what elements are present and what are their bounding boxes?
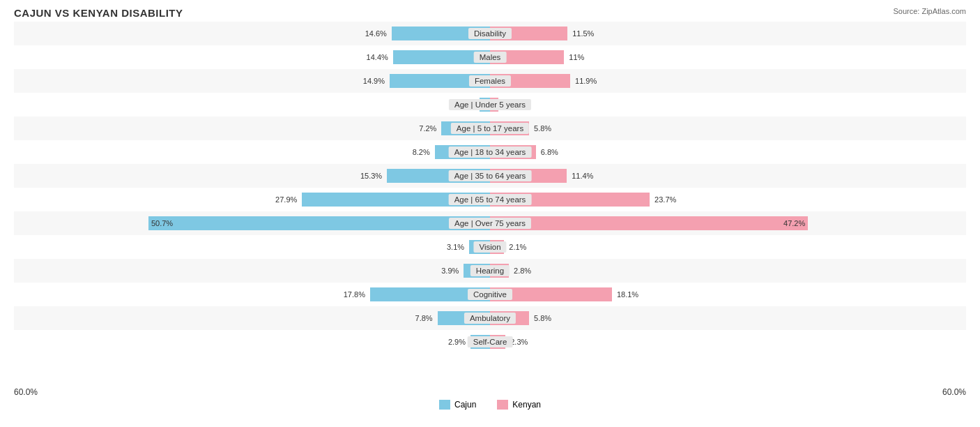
row-label: Males (474, 52, 507, 63)
bar-section: 7.2% Age | 5 to 17 years 5.8% (14, 117, 966, 140)
bar-section: 27.9% Age | 65 to 74 years 23.7% (14, 188, 966, 211)
chart-row: 7.2% Age | 5 to 17 years 5.8% (14, 117, 966, 140)
kenyan-color-swatch (497, 400, 508, 410)
right-bar-area: 11% (490, 50, 966, 65)
left-bar-area: 17.8% (14, 287, 490, 302)
axis-right: 60.0% (942, 387, 966, 397)
kenyan-value: 18.1% (615, 290, 638, 299)
left-bar-area: 7.8% (14, 310, 490, 326)
bar-section: 14.6% Disability 11.5% (14, 22, 966, 45)
row-label: Age | Under 5 years (449, 99, 531, 110)
kenyan-value: 2.1% (507, 243, 526, 251)
row-label: Self-Care (468, 336, 513, 347)
axis-labels: 60.0% 60.0% (14, 384, 966, 397)
kenyan-value: 6.8% (539, 148, 558, 156)
chart-area: 14.6% Disability 11.5% 14.4% Males 11% (14, 22, 966, 384)
right-bar-area: 11.4% (490, 168, 966, 183)
chart-row: 3.9% Hearing 2.8% (14, 259, 966, 283)
row-label: Age | 65 to 74 years (449, 194, 532, 205)
axis-left: 60.0% (14, 387, 38, 397)
right-bar-area: 11.9% (490, 73, 966, 89)
chart-row: 17.8% Cognitive 18.1% (14, 283, 966, 306)
cajun-value: 8.2% (413, 148, 432, 156)
bar-section: 7.8% Ambulatory 5.8% (14, 306, 966, 330)
row-label: Hearing (470, 265, 510, 276)
right-bar-area: 23.7% (490, 192, 966, 207)
chart-row: 2.9% Self-Care 2.3% (14, 330, 966, 354)
bar-section: 15.3% Age | 35 to 64 years 11.4% (14, 164, 966, 188)
bar-section: 50.7% Age | Over 75 years 47.2% (14, 211, 966, 235)
row-label: Age | 5 to 17 years (451, 123, 529, 134)
source-label: Source: ZipAtlas.com (893, 7, 966, 15)
kenyan-legend-label: Kenyan (512, 400, 541, 410)
cajun-value: 14.4% (367, 53, 390, 61)
cajun-color-swatch (439, 400, 450, 410)
chart-row: 14.4% Males 11% (14, 45, 966, 69)
legend: Cajun Kenyan (14, 400, 966, 410)
kenyan-value: 47.2% (783, 219, 805, 227)
cajun-value: 2.9% (448, 338, 468, 346)
kenyan-value: 11.5% (570, 29, 594, 38)
chart-row: 15.3% Age | 35 to 64 years 11.4% (14, 164, 966, 188)
chart-title: CAJUN VS KENYAN DISABILITY (14, 7, 966, 19)
kenyan-value: 11.4% (569, 172, 593, 180)
chart-row: 1.6% Age | Under 5 years 1.2% (14, 93, 966, 117)
right-bar-area: 18.1% (490, 287, 966, 302)
chart-row: 8.2% Age | 18 to 34 years 6.8% (14, 140, 966, 164)
cajun-bar: 50.7% (148, 216, 490, 230)
bar-section: 1.6% Age | Under 5 years 1.2% (14, 93, 966, 117)
kenyan-bar: 47.2% (490, 216, 808, 230)
chart-row: 14.9% Females 11.9% (14, 69, 966, 93)
left-bar-area: 7.2% (14, 121, 490, 136)
right-bar-area: 2.1% (490, 239, 966, 255)
bar-section: 3.1% Vision 2.1% (14, 235, 966, 259)
row-label: Age | Over 75 years (449, 218, 531, 229)
cajun-value: 7.8% (415, 314, 435, 322)
cajun-value: 14.6% (365, 29, 389, 38)
row-label: Cognitive (468, 289, 512, 300)
left-bar-area: 2.9% (14, 334, 490, 350)
row-label: Vision (473, 241, 506, 253)
row-label: Ambulatory (464, 313, 516, 324)
chart-row: 7.8% Ambulatory 5.8% (14, 306, 966, 330)
left-bar-area: 3.9% (14, 263, 490, 278)
chart-row: 14.6% Disability 11.5% (14, 22, 966, 45)
cajun-value: 15.3% (360, 172, 384, 180)
left-bar-area: 50.7% (14, 216, 490, 231)
row-label: Age | 18 to 34 years (449, 147, 532, 158)
row-label: Age | 35 to 64 years (449, 170, 532, 181)
cajun-legend-label: Cajun (454, 400, 476, 410)
legend-kenyan: Kenyan (497, 400, 541, 410)
right-bar-area: 2.8% (490, 263, 966, 278)
right-bar-area: 1.2% (490, 97, 966, 112)
cajun-value: 17.8% (344, 290, 367, 299)
left-bar-area: 14.9% (14, 73, 490, 89)
bar-section: 8.2% Age | 18 to 34 years 6.8% (14, 140, 966, 164)
bar-section: 14.9% Females 11.9% (14, 69, 966, 93)
right-bar-area: 5.8% (490, 121, 966, 136)
right-bar-area: 5.8% (490, 310, 966, 326)
kenyan-value: 23.7% (652, 195, 676, 204)
left-bar-area: 8.2% (14, 144, 490, 160)
right-bar-area: 6.8% (490, 144, 966, 160)
cajun-value: 50.7% (151, 219, 173, 227)
left-bar-area: 14.4% (14, 50, 490, 65)
row-label: Disability (468, 28, 512, 39)
legend-cajun: Cajun (439, 400, 476, 410)
chart-container: CAJUN VS KENYAN DISABILITY Source: ZipAt… (0, 0, 980, 427)
kenyan-value: 5.8% (532, 314, 551, 322)
cajun-value: 14.9% (363, 77, 387, 85)
chart-row: 50.7% Age | Over 75 years 47.2% (14, 211, 966, 235)
right-bar-area: 11.5% (490, 26, 966, 41)
left-bar-area: 14.6% (14, 26, 490, 41)
cajun-value: 7.2% (419, 124, 438, 133)
left-bar-area: 1.6% (14, 97, 490, 112)
right-bar-area: 47.2% (490, 216, 966, 231)
cajun-value: 3.1% (447, 243, 466, 251)
kenyan-value: 11% (567, 53, 584, 61)
left-bar-area: 15.3% (14, 168, 490, 183)
left-bar-area: 27.9% (14, 192, 490, 207)
cajun-value: 27.9% (275, 195, 299, 204)
right-bar-area: 2.3% (490, 334, 966, 350)
row-label: Females (469, 75, 511, 87)
